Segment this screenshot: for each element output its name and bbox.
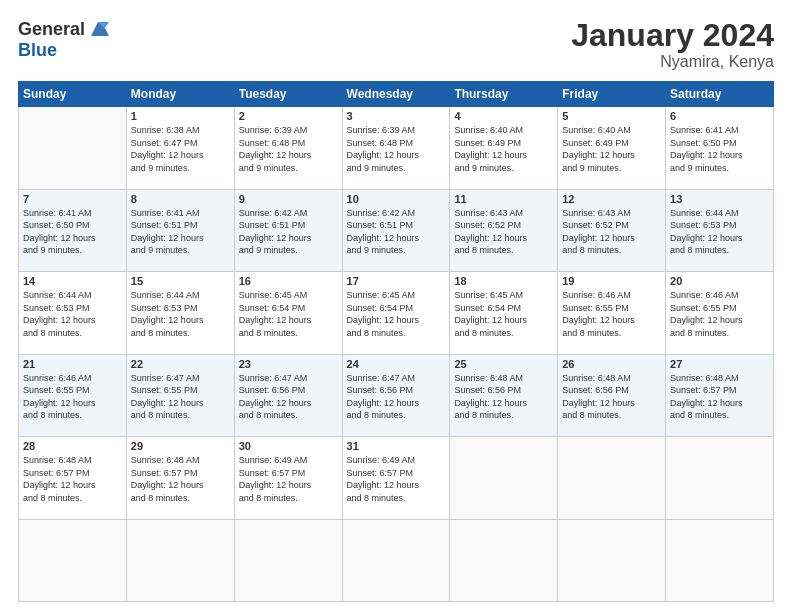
day-number: 11 [454, 193, 553, 205]
location: Nyamira, Kenya [571, 53, 774, 71]
day-number: 14 [23, 275, 122, 287]
table-row: 1Sunrise: 6:38 AMSunset: 6:47 PMDaylight… [126, 107, 234, 189]
calendar-row-5: 28Sunrise: 6:48 AMSunset: 6:57 PMDayligh… [19, 437, 774, 519]
logo-general: General [18, 19, 85, 40]
day-info: Sunrise: 6:40 AMSunset: 6:49 PMDaylight:… [562, 125, 635, 173]
day-info: Sunrise: 6:43 AMSunset: 6:52 PMDaylight:… [454, 208, 527, 256]
day-number: 18 [454, 275, 553, 287]
day-info: Sunrise: 6:40 AMSunset: 6:49 PMDaylight:… [454, 125, 527, 173]
day-number: 25 [454, 358, 553, 370]
table-row: 15Sunrise: 6:44 AMSunset: 6:53 PMDayligh… [126, 272, 234, 354]
calendar-row-3: 14Sunrise: 6:44 AMSunset: 6:53 PMDayligh… [19, 272, 774, 354]
table-row [19, 519, 127, 601]
calendar-row-4: 21Sunrise: 6:46 AMSunset: 6:55 PMDayligh… [19, 354, 774, 436]
table-row [558, 437, 666, 519]
table-row: 22Sunrise: 6:47 AMSunset: 6:55 PMDayligh… [126, 354, 234, 436]
table-row [19, 107, 127, 189]
day-number: 12 [562, 193, 661, 205]
header: General Blue January 2024 Nyamira, Kenya [18, 18, 774, 71]
table-row [342, 519, 450, 601]
table-row: 23Sunrise: 6:47 AMSunset: 6:56 PMDayligh… [234, 354, 342, 436]
day-number: 6 [670, 110, 769, 122]
logo-blue: Blue [18, 40, 57, 61]
table-row [558, 519, 666, 601]
calendar-row-2: 7Sunrise: 6:41 AMSunset: 6:50 PMDaylight… [19, 189, 774, 271]
calendar-row-1: 1Sunrise: 6:38 AMSunset: 6:47 PMDaylight… [19, 107, 774, 189]
day-info: Sunrise: 6:44 AMSunset: 6:53 PMDaylight:… [131, 290, 204, 338]
day-number: 24 [347, 358, 446, 370]
calendar-row-6 [19, 519, 774, 601]
day-info: Sunrise: 6:39 AMSunset: 6:48 PMDaylight:… [347, 125, 420, 173]
table-row: 17Sunrise: 6:45 AMSunset: 6:54 PMDayligh… [342, 272, 450, 354]
day-info: Sunrise: 6:47 AMSunset: 6:55 PMDaylight:… [131, 373, 204, 421]
day-number: 20 [670, 275, 769, 287]
header-tuesday: Tuesday [234, 82, 342, 107]
day-number: 4 [454, 110, 553, 122]
day-number: 17 [347, 275, 446, 287]
day-info: Sunrise: 6:46 AMSunset: 6:55 PMDaylight:… [670, 290, 743, 338]
table-row [450, 519, 558, 601]
day-number: 13 [670, 193, 769, 205]
table-row: 10Sunrise: 6:42 AMSunset: 6:51 PMDayligh… [342, 189, 450, 271]
header-saturday: Saturday [666, 82, 774, 107]
table-row [126, 519, 234, 601]
calendar-table: Sunday Monday Tuesday Wednesday Thursday… [18, 81, 774, 602]
day-info: Sunrise: 6:48 AMSunset: 6:56 PMDaylight:… [562, 373, 635, 421]
table-row: 16Sunrise: 6:45 AMSunset: 6:54 PMDayligh… [234, 272, 342, 354]
day-info: Sunrise: 6:48 AMSunset: 6:56 PMDaylight:… [454, 373, 527, 421]
table-row: 26Sunrise: 6:48 AMSunset: 6:56 PMDayligh… [558, 354, 666, 436]
header-thursday: Thursday [450, 82, 558, 107]
table-row [666, 519, 774, 601]
day-info: Sunrise: 6:41 AMSunset: 6:50 PMDaylight:… [670, 125, 743, 173]
day-number: 9 [239, 193, 338, 205]
day-number: 22 [131, 358, 230, 370]
page: General Blue January 2024 Nyamira, Kenya… [0, 0, 792, 612]
day-number: 3 [347, 110, 446, 122]
day-info: Sunrise: 6:41 AMSunset: 6:51 PMDaylight:… [131, 208, 204, 256]
day-info: Sunrise: 6:42 AMSunset: 6:51 PMDaylight:… [239, 208, 312, 256]
day-info: Sunrise: 6:38 AMSunset: 6:47 PMDaylight:… [131, 125, 204, 173]
table-row: 14Sunrise: 6:44 AMSunset: 6:53 PMDayligh… [19, 272, 127, 354]
table-row: 13Sunrise: 6:44 AMSunset: 6:53 PMDayligh… [666, 189, 774, 271]
table-row: 27Sunrise: 6:48 AMSunset: 6:57 PMDayligh… [666, 354, 774, 436]
table-row: 8Sunrise: 6:41 AMSunset: 6:51 PMDaylight… [126, 189, 234, 271]
day-number: 8 [131, 193, 230, 205]
table-row: 12Sunrise: 6:43 AMSunset: 6:52 PMDayligh… [558, 189, 666, 271]
table-row: 29Sunrise: 6:48 AMSunset: 6:57 PMDayligh… [126, 437, 234, 519]
table-row: 4Sunrise: 6:40 AMSunset: 6:49 PMDaylight… [450, 107, 558, 189]
day-number: 19 [562, 275, 661, 287]
day-number: 16 [239, 275, 338, 287]
day-number: 21 [23, 358, 122, 370]
day-info: Sunrise: 6:48 AMSunset: 6:57 PMDaylight:… [670, 373, 743, 421]
day-info: Sunrise: 6:39 AMSunset: 6:48 PMDaylight:… [239, 125, 312, 173]
table-row: 18Sunrise: 6:45 AMSunset: 6:54 PMDayligh… [450, 272, 558, 354]
table-row: 11Sunrise: 6:43 AMSunset: 6:52 PMDayligh… [450, 189, 558, 271]
header-sunday: Sunday [19, 82, 127, 107]
table-row: 9Sunrise: 6:42 AMSunset: 6:51 PMDaylight… [234, 189, 342, 271]
table-row: 3Sunrise: 6:39 AMSunset: 6:48 PMDaylight… [342, 107, 450, 189]
day-number: 5 [562, 110, 661, 122]
day-number: 29 [131, 440, 230, 452]
table-row: 5Sunrise: 6:40 AMSunset: 6:49 PMDaylight… [558, 107, 666, 189]
day-number: 2 [239, 110, 338, 122]
logo: General Blue [18, 18, 109, 61]
day-info: Sunrise: 6:46 AMSunset: 6:55 PMDaylight:… [562, 290, 635, 338]
logo-icon [87, 18, 109, 40]
table-row: 2Sunrise: 6:39 AMSunset: 6:48 PMDaylight… [234, 107, 342, 189]
day-info: Sunrise: 6:45 AMSunset: 6:54 PMDaylight:… [454, 290, 527, 338]
day-info: Sunrise: 6:49 AMSunset: 6:57 PMDaylight:… [239, 455, 312, 503]
table-row: 20Sunrise: 6:46 AMSunset: 6:55 PMDayligh… [666, 272, 774, 354]
table-row [666, 437, 774, 519]
table-row [450, 437, 558, 519]
table-row [234, 519, 342, 601]
table-row: 7Sunrise: 6:41 AMSunset: 6:50 PMDaylight… [19, 189, 127, 271]
header-wednesday: Wednesday [342, 82, 450, 107]
day-info: Sunrise: 6:48 AMSunset: 6:57 PMDaylight:… [131, 455, 204, 503]
table-row: 6Sunrise: 6:41 AMSunset: 6:50 PMDaylight… [666, 107, 774, 189]
day-number: 7 [23, 193, 122, 205]
day-info: Sunrise: 6:44 AMSunset: 6:53 PMDaylight:… [23, 290, 96, 338]
day-number: 10 [347, 193, 446, 205]
table-row: 24Sunrise: 6:47 AMSunset: 6:56 PMDayligh… [342, 354, 450, 436]
table-row: 28Sunrise: 6:48 AMSunset: 6:57 PMDayligh… [19, 437, 127, 519]
day-info: Sunrise: 6:47 AMSunset: 6:56 PMDaylight:… [239, 373, 312, 421]
